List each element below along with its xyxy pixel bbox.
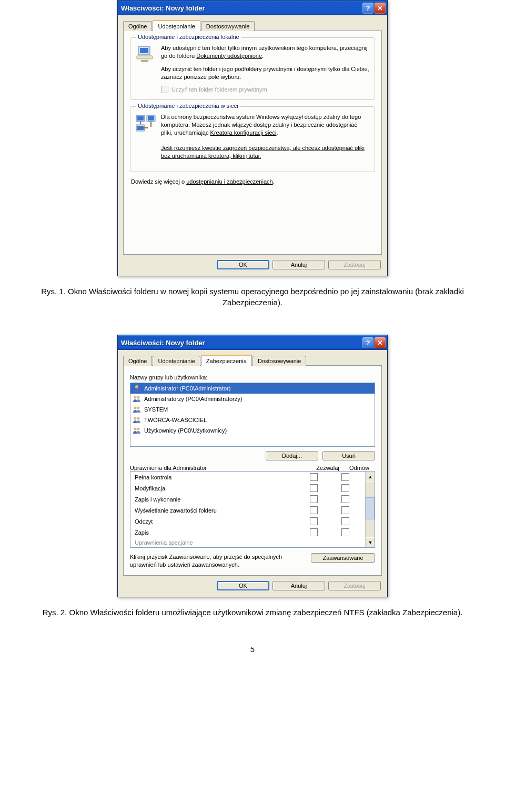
tab-panel: Nazwy grupy lub użytkownika: Administrat… <box>123 365 382 576</box>
apply-button: Zastosuj <box>328 260 381 269</box>
permission-row: Odczyt <box>130 516 365 527</box>
user-icon <box>133 384 141 393</box>
group-icon <box>133 416 141 424</box>
titlebar[interactable]: Właściwości: Nowy folder ? ✕ <box>118 335 387 350</box>
network-wizard-link[interactable]: Kreatora konfiguracji sieci <box>210 129 277 136</box>
advanced-text: Kliknij przycisk Zaawansowane, aby przej… <box>130 553 306 569</box>
advanced-button[interactable]: Zaawansowane <box>311 553 375 563</box>
tab-strip: Ogólne Udostępnianie Dostosowywanie <box>123 19 382 31</box>
learn-more: Dowiedz się więcej o udostępnianiu i zab… <box>131 178 374 185</box>
network-icon <box>136 113 156 133</box>
computer-icon <box>136 44 156 64</box>
svg-rect-7 <box>148 116 154 121</box>
allow-checkbox[interactable] <box>310 528 318 536</box>
figure2-caption: Rys. 2. Okno Właściwości folderu umożliw… <box>16 607 489 618</box>
cancel-button[interactable]: Anuluj <box>272 581 325 590</box>
permission-row: Uprawnienia specjalne <box>130 538 365 547</box>
user-list[interactable]: Administrator (PC0\Administrator) Admini… <box>130 383 375 447</box>
window-title: Właściwości: Nowy folder <box>121 339 362 347</box>
private-folder-checkbox: Uczyń ten folder folderem prywatnym <box>161 86 369 93</box>
list-item[interactable]: Administratorzy (PC0\Administratorzy) <box>130 394 375 404</box>
svg-point-16 <box>137 417 140 420</box>
scroll-up-icon[interactable]: ▲ <box>366 472 375 482</box>
list-item[interactable]: TWÓRCA-WŁAŚCICIEL <box>130 415 375 425</box>
permission-row: Zapis <box>130 527 365 538</box>
group-icon <box>133 395 141 403</box>
properties-dialog-2: Właściwości: Nowy folder ? ✕ Ogólne Udos… <box>117 335 388 597</box>
network-sharing-text: Dla ochrony bezpieczeństwa system Window… <box>161 113 369 159</box>
svg-point-10 <box>135 385 138 388</box>
svg-rect-2 <box>137 56 153 59</box>
permission-row: Wyświetlanie zawartości folderu <box>130 505 365 516</box>
group-legend: Udostępnianie i zabezpieczenia w sieci <box>136 103 240 109</box>
allow-checkbox[interactable] <box>310 517 318 525</box>
tab-security[interactable]: Zabezpieczenia <box>201 355 252 366</box>
tab-strip: Ogólne Udostępnianie Zabezpieczenia Dost… <box>123 354 382 365</box>
scrollbar[interactable]: ▲ ▼ <box>365 472 375 547</box>
svg-point-11 <box>134 396 137 399</box>
list-item[interactable]: Użytkownicy (PC0\Użytkownicy) <box>130 425 375 436</box>
svg-point-17 <box>134 428 137 430</box>
tab-customize[interactable]: Dostosowywanie <box>201 21 255 31</box>
tab-general[interactable]: Ogólne <box>123 356 152 366</box>
allow-checkbox[interactable] <box>310 506 318 514</box>
permission-row: Zapis i wykonanie <box>130 494 365 505</box>
checkbox-icon <box>161 86 168 93</box>
shared-documents-link[interactable]: Dokumenty udostępnione <box>196 53 262 59</box>
svg-point-18 <box>137 428 140 430</box>
allow-checkbox[interactable] <box>310 473 318 481</box>
remove-button[interactable]: Usuń <box>322 451 375 460</box>
add-button[interactable]: Dodaj... <box>266 451 318 460</box>
titlebar[interactable]: Właściwości: Nowy folder ? ✕ <box>118 1 387 15</box>
tab-general[interactable]: Ogólne <box>123 21 152 31</box>
cancel-button[interactable]: Anuluj <box>272 260 325 269</box>
group-icon <box>133 426 141 435</box>
tab-panel: Udostępnianie i zabezpieczenia lokalne A… <box>123 31 382 255</box>
svg-point-14 <box>137 407 140 409</box>
permissions-list: Pełna kontrola Modyfikacja Zapis i wykon… <box>130 471 375 548</box>
svg-point-15 <box>134 417 137 420</box>
ok-button[interactable]: OK <box>217 260 269 269</box>
permission-row: Pełna kontrola <box>130 472 365 483</box>
svg-point-13 <box>134 407 137 409</box>
deny-checkbox[interactable] <box>341 506 349 514</box>
tab-sharing[interactable]: Udostępnianie <box>153 356 200 366</box>
permission-row: Modyfikacja <box>130 483 365 494</box>
window-title: Właściwości: Nowy folder <box>121 4 362 12</box>
list-item[interactable]: SYSTEM <box>130 404 375 415</box>
ok-button[interactable]: OK <box>217 581 269 590</box>
close-button[interactable]: ✕ <box>375 3 386 14</box>
deny-checkbox[interactable] <box>341 517 349 525</box>
allow-checkbox[interactable] <box>310 484 318 492</box>
learn-more-link[interactable]: udostępnianiu i zabezpieczeniach <box>186 178 273 185</box>
deny-checkbox[interactable] <box>341 495 349 503</box>
deny-checkbox[interactable] <box>341 473 349 481</box>
names-label: Nazwy grupy lub użytkownika: <box>130 374 375 380</box>
deny-checkbox[interactable] <box>341 528 349 536</box>
svg-rect-1 <box>140 48 148 53</box>
figure1-caption: Rys. 1. Okno Właściwości folderu w nowej… <box>16 286 489 309</box>
allow-checkbox[interactable] <box>310 495 318 503</box>
tab-customize[interactable]: Dostosowywanie <box>252 356 307 366</box>
scroll-down-icon[interactable]: ▼ <box>366 537 375 547</box>
page-number: 5 <box>16 645 489 654</box>
help-button[interactable]: ? <box>362 337 373 348</box>
apply-button: Zastosuj <box>328 581 381 590</box>
network-sharing-group: Udostępnianie i zabezpieczenia w sieci D… <box>130 106 375 172</box>
group-icon <box>133 405 141 414</box>
properties-dialog-1: Właściwości: Nowy folder ? ✕ Ogólne Udos… <box>117 0 388 276</box>
permissions-header: Uprawnienia dla Administrator Zezwalaj O… <box>130 465 375 471</box>
list-item[interactable]: Administrator (PC0\Administrator) <box>130 383 375 394</box>
deny-checkbox[interactable] <box>341 484 349 492</box>
close-button[interactable]: ✕ <box>375 337 386 348</box>
tab-sharing[interactable]: Udostępnianie <box>153 20 200 31</box>
group-legend: Udostępnianie i zabezpieczenia lokalne <box>136 34 241 40</box>
local-sharing-text: Aby udostępnić ten folder tylko innym uż… <box>161 44 369 81</box>
svg-rect-3 <box>141 60 148 62</box>
svg-rect-5 <box>137 116 144 121</box>
help-button[interactable]: ? <box>362 3 373 14</box>
svg-point-12 <box>137 396 140 399</box>
scroll-thumb[interactable] <box>366 497 375 519</box>
share-without-wizard-link[interactable]: Jeśli rozumiesz kwestie zagrożeń bezpiec… <box>161 145 365 159</box>
local-sharing-group: Udostępnianie i zabezpieczenia lokalne A… <box>130 37 375 100</box>
